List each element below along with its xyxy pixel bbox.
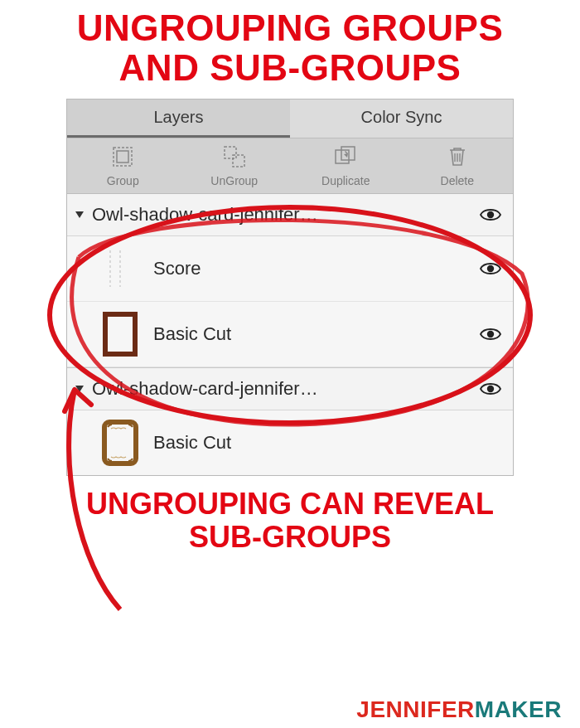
ungroup-button[interactable]: UnGroup bbox=[179, 138, 291, 193]
svg-rect-10 bbox=[105, 314, 135, 354]
layer-label: Basic Cut bbox=[153, 323, 480, 345]
svg-point-12 bbox=[487, 386, 494, 392]
trash-icon bbox=[402, 145, 514, 170]
visibility-toggle[interactable] bbox=[480, 327, 501, 342]
layer-group-row[interactable]: Owl-shadow-card-jennifer… bbox=[67, 367, 513, 410]
tab-color-sync[interactable]: Color Sync bbox=[290, 99, 513, 138]
panel-tabs: Layers Color Sync bbox=[67, 99, 513, 138]
svg-point-11 bbox=[487, 331, 494, 337]
caption-line-1: UNGROUPING CAN REVEAL bbox=[86, 487, 494, 521]
duplicate-label: Duplicate bbox=[321, 174, 370, 187]
chevron-down-icon bbox=[75, 211, 84, 218]
brand-watermark: JENNIFERMAKER bbox=[356, 696, 562, 723]
brand-part-1: JENNIFER bbox=[356, 696, 474, 722]
layer-child-row[interactable]: Score bbox=[67, 236, 513, 302]
chevron-down-icon bbox=[75, 386, 84, 392]
cut-thumbnail bbox=[100, 310, 140, 358]
headline-line-2: AND SUB-GROUPS bbox=[119, 47, 462, 88]
svg-rect-1 bbox=[117, 151, 128, 163]
group-name: Owl-shadow-card-jennifer… bbox=[92, 378, 480, 400]
svg-rect-3 bbox=[233, 155, 244, 167]
ungroup-label: UnGroup bbox=[210, 174, 258, 187]
visibility-toggle[interactable] bbox=[480, 381, 501, 396]
layers-list: Owl-shadow-card-jennifer… Score Basic Cu… bbox=[67, 194, 513, 475]
caption-line-2: SUB-GROUPS bbox=[189, 520, 391, 554]
delete-button[interactable]: Delete bbox=[402, 138, 514, 193]
svg-point-6 bbox=[487, 211, 494, 218]
visibility-toggle[interactable] bbox=[480, 261, 501, 276]
layers-toolbar: Group UnGroup Duplicate Delete bbox=[67, 138, 513, 194]
group-button[interactable]: Group bbox=[67, 138, 179, 193]
caption: UNGROUPING CAN REVEAL SUB-GROUPS bbox=[0, 476, 580, 553]
group-name: Owl-shadow-card-jennifer… bbox=[92, 204, 480, 226]
group-label: Group bbox=[107, 174, 139, 187]
tab-layers[interactable]: Layers bbox=[67, 99, 290, 138]
layer-group-row[interactable]: Owl-shadow-card-jennifer… bbox=[67, 194, 513, 236]
visibility-toggle[interactable] bbox=[480, 207, 501, 222]
headline-line-1: UNGROUPING GROUPS bbox=[77, 7, 504, 48]
duplicate-icon bbox=[290, 145, 402, 170]
layer-label: Basic Cut bbox=[153, 432, 501, 454]
duplicate-button[interactable]: Duplicate bbox=[290, 138, 402, 193]
ungroup-icon bbox=[179, 145, 291, 170]
score-thumbnail bbox=[100, 245, 140, 293]
layer-child-row[interactable]: Basic Cut bbox=[67, 302, 513, 367]
layers-panel: Layers Color Sync Group UnGroup Duplicat… bbox=[66, 99, 514, 476]
svg-rect-2 bbox=[225, 147, 236, 158]
layer-label: Score bbox=[153, 258, 480, 279]
svg-point-9 bbox=[487, 265, 494, 272]
headline: UNGROUPING GROUPS AND SUB-GROUPS bbox=[0, 0, 580, 92]
layer-child-row[interactable]: Basic Cut bbox=[67, 410, 513, 475]
delete-label: Delete bbox=[441, 174, 474, 187]
brand-part-2: MAKER bbox=[475, 696, 562, 722]
group-icon bbox=[67, 145, 179, 170]
cut-thumbnail bbox=[100, 419, 140, 467]
